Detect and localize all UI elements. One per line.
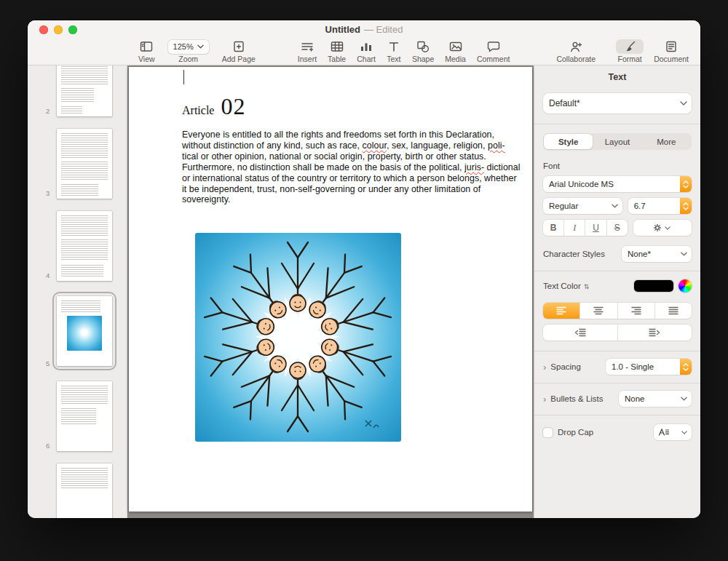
chart-button[interactable]: Chart xyxy=(357,39,376,63)
article-heading: Article 02 xyxy=(182,93,245,120)
decrease-indent-icon xyxy=(574,328,586,337)
window-header: Untitled— Edited View 125% xyxy=(28,20,700,65)
alignment-controls xyxy=(543,303,692,319)
font-size-field[interactable]: 6.7 xyxy=(628,198,692,214)
page-7-thumbnail[interactable] xyxy=(57,463,112,518)
page-number: 3 xyxy=(46,189,50,197)
character-styles-value: None* xyxy=(628,250,651,258)
stepper-icon[interactable] xyxy=(680,176,692,192)
page-thumbnail-row: 3 xyxy=(57,129,112,199)
article-body-text[interactable]: Everyone is entitled to all the rights a… xyxy=(182,130,521,205)
view-button[interactable]: View xyxy=(138,39,155,63)
font-weight-dropdown[interactable]: Regular xyxy=(543,198,622,214)
increase-indent-button[interactable] xyxy=(617,325,692,341)
page-number: 4 xyxy=(46,271,50,279)
text-button[interactable]: Text xyxy=(387,39,401,63)
disclosure-chevron-icon[interactable]: › xyxy=(543,362,546,372)
page-4-thumbnail[interactable] xyxy=(57,211,112,281)
advanced-text-options-button[interactable] xyxy=(633,220,692,236)
circle-of-children-illustration[interactable] xyxy=(195,233,401,442)
page-thumbnail-row xyxy=(57,463,112,518)
format-button[interactable]: Format xyxy=(616,39,644,63)
document-canvas: Article 02 Everyone is entitled to all t… xyxy=(127,65,534,518)
decrease-indent-button[interactable] xyxy=(543,325,617,341)
zoom-control[interactable]: 125% Zoom xyxy=(168,39,209,63)
fullscreen-button[interactable] xyxy=(68,25,77,34)
page-2-thumbnail[interactable] xyxy=(57,65,112,116)
add-page-button[interactable]: Add Page xyxy=(222,39,256,63)
italic-button[interactable]: I xyxy=(563,220,585,236)
align-center-button[interactable] xyxy=(579,303,617,319)
shape-icon xyxy=(416,39,430,54)
page-thumbnail-row: 4 xyxy=(57,211,112,281)
zoom-label: Zoom xyxy=(178,55,198,63)
paragraph-style-dropdown[interactable]: Default* xyxy=(543,93,692,114)
stepper-icon[interactable] xyxy=(680,198,692,214)
strikethrough-button[interactable]: S xyxy=(606,220,628,236)
media-label: Media xyxy=(445,55,466,63)
comment-button[interactable]: Comment xyxy=(477,39,510,63)
page-3-thumbnail[interactable] xyxy=(57,129,112,199)
drop-cap-icon xyxy=(658,428,670,437)
document-page[interactable]: Article 02 Everyone is entitled to all t… xyxy=(129,67,532,512)
add-page-label: Add Page xyxy=(222,55,256,63)
page-thumbnails-sidebar: 2 3 4 xyxy=(28,65,127,518)
character-styles-label: Character Styles xyxy=(543,250,605,258)
chart-icon xyxy=(359,39,373,54)
selected-page-ring xyxy=(54,293,115,369)
window-title: Untitled— Edited xyxy=(325,24,403,35)
font-family-dropdown[interactable]: Arial Unicode MS xyxy=(543,176,692,192)
drop-cap-checkbox[interactable] xyxy=(543,428,553,437)
font-size-value: 6.7 xyxy=(634,202,646,210)
stepper-icon[interactable] xyxy=(680,359,692,375)
spacing-value: 1.0 - Single xyxy=(612,362,654,371)
toolbar: View 125% Zoom Add Page xyxy=(28,39,700,65)
insert-button[interactable]: Insert xyxy=(298,39,317,63)
pages-window: Untitled— Edited View 125% xyxy=(28,20,700,518)
tab-style[interactable]: Style xyxy=(544,134,593,149)
text-color-label: Text Color⇅ xyxy=(543,282,589,290)
paragraph-style-value: Default* xyxy=(549,98,580,108)
chevron-down-icon xyxy=(681,397,687,401)
character-styles-dropdown[interactable]: None* xyxy=(622,246,692,262)
color-wheel-button[interactable] xyxy=(678,279,692,293)
format-brush-icon xyxy=(616,39,644,54)
document-button[interactable]: Document xyxy=(654,39,689,63)
table-button[interactable]: Table xyxy=(328,39,346,63)
font-section-label: Font xyxy=(543,162,692,170)
document-label: Document xyxy=(654,55,689,63)
close-button[interactable] xyxy=(39,25,48,34)
page-5-thumbnail-image xyxy=(67,316,102,351)
align-right-button[interactable] xyxy=(617,303,654,319)
page-number: 6 xyxy=(46,442,50,450)
bold-button[interactable]: B xyxy=(543,220,563,236)
collaborate-button[interactable]: Collaborate xyxy=(556,39,596,63)
chevron-down-icon xyxy=(197,44,204,49)
page-6-thumbnail[interactable] xyxy=(57,381,112,451)
edited-status: — Edited xyxy=(364,24,403,35)
minimize-button[interactable] xyxy=(54,25,63,34)
tab-more[interactable]: More xyxy=(642,134,691,149)
shape-button[interactable]: Shape xyxy=(412,39,434,63)
bullets-lists-dropdown[interactable]: None xyxy=(619,391,692,407)
text-color-swatch[interactable] xyxy=(634,280,673,292)
comment-label: Comment xyxy=(477,55,510,63)
sidebar-view-icon xyxy=(139,39,154,54)
align-justify-button[interactable] xyxy=(654,303,692,319)
font-family-value: Arial Unicode MS xyxy=(549,180,614,188)
underline-button[interactable]: U xyxy=(585,220,606,236)
collaborate-label: Collaborate xyxy=(556,55,596,63)
spacing-dropdown[interactable]: 1.0 - Single xyxy=(606,359,692,375)
media-button[interactable]: Media xyxy=(445,39,466,63)
add-page-icon xyxy=(232,39,246,54)
body-segment: tical or other opinion, national or soci… xyxy=(182,151,486,172)
align-left-button[interactable] xyxy=(543,303,579,319)
format-label: Format xyxy=(618,55,642,63)
drop-cap-style-dropdown[interactable] xyxy=(654,424,692,440)
disclosure-chevron-icon[interactable]: › xyxy=(543,394,546,404)
page-number: 5 xyxy=(46,359,50,367)
chevron-down-icon xyxy=(680,101,687,106)
page-5-thumbnail[interactable] xyxy=(57,296,112,366)
tab-layout[interactable]: Layout xyxy=(593,134,641,149)
zoom-value-button[interactable]: 125% xyxy=(168,40,209,54)
